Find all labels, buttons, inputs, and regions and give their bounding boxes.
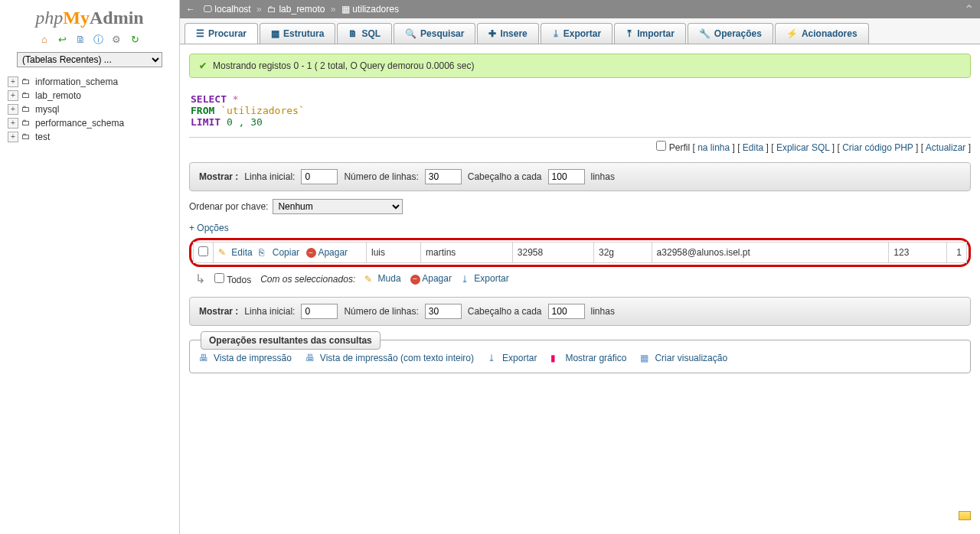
row-edit-link[interactable]: Edita [231, 247, 252, 258]
tab-importar[interactable]: ⤒Importar [614, 23, 686, 44]
expand-icon[interactable]: + [8, 104, 18, 115]
bulk-export-link[interactable]: Exportar [474, 273, 508, 284]
row-checkbox[interactable] [198, 246, 208, 256]
expand-icon[interactable]: + [8, 90, 18, 101]
docs-icon[interactable]: ⓘ [93, 33, 105, 45]
linha-inicial-input[interactable] [301, 169, 338, 184]
cell-apelido: martins [421, 243, 513, 263]
insert-icon: ✚ [488, 28, 496, 39]
breadcrumb-table[interactable]: utilizadores [352, 4, 399, 15]
num-linhas-input[interactable] [425, 304, 462, 319]
num-linhas-label: Número de linhas: [344, 306, 418, 317]
tab-insere[interactable]: ✚Insere [477, 23, 538, 44]
breadcrumb-db[interactable]: lab_remoto [279, 4, 325, 15]
sql-icon[interactable]: 🗎 [74, 34, 87, 46]
query-links-row: Perfil [ na linha ] [ Edita ] [ Explicar… [189, 137, 971, 153]
create-view-link[interactable]: ▦Criar visualização [640, 353, 727, 363]
expand-icon[interactable]: + [8, 118, 18, 129]
content: ✔ Mostrando registos 0 - 1 ( 2 total, O … [180, 44, 980, 383]
print-view-link[interactable]: 🖶Vista de impressão [199, 353, 292, 363]
export-label: Exportar [502, 353, 537, 363]
perfil-label: Perfil [669, 142, 690, 153]
linha-inicial-input[interactable] [301, 304, 338, 319]
cabecalho-input[interactable] [548, 304, 585, 319]
browse-icon: ☰ [196, 28, 204, 39]
recent-tables-select[interactable]: (Tabelas Recentes) ... [17, 52, 162, 67]
show-bar-bottom: Mostrar : Linha inicial: Número de linha… [189, 297, 971, 326]
row-copy-link[interactable]: Copiar [273, 247, 299, 258]
collapse-sidebar-icon[interactable]: ← [186, 4, 195, 15]
tab-estrutura[interactable]: ▦Estrutura [260, 23, 335, 44]
breadcrumb-host[interactable]: localhost [214, 4, 250, 15]
options-toggle[interactable]: + Opções [189, 223, 229, 233]
sort-select[interactable]: Nenhum [273, 199, 403, 214]
table-row: ✎ Edita ⎘ Copiar − Apagar luis martins 3… [194, 243, 967, 263]
topbar: ← 🖵 localhost » 🗀 lab_remoto » ▦ utiliza… [180, 0, 980, 18]
tabs: ☰Procurar ▦Estrutura 🗎SQL 🔍Pesquisar ✚In… [180, 18, 980, 44]
row-delete-link[interactable]: Apagar [318, 247, 348, 258]
expand-icon[interactable]: + [8, 77, 18, 87]
delete-icon: − [410, 275, 420, 285]
chart-link[interactable]: ▮Mostrar gráfico [550, 353, 626, 363]
logo-part2: My [63, 8, 90, 28]
with-selected-row: ↳ Todos Com os seleccionados: ✎ Muda − A… [189, 272, 971, 286]
chart-icon: ▮ [550, 353, 561, 363]
database-icon: 🗀 [21, 90, 32, 101]
tab-pesquisar[interactable]: 🔍Pesquisar [394, 23, 475, 44]
link-na-linha[interactable]: na linha [697, 142, 730, 153]
export-icon: ⤓ [461, 274, 472, 285]
bulk-edit-link[interactable]: Muda [378, 273, 401, 284]
cell-email: a32958@alunos.isel.pt [652, 243, 889, 263]
page-settings-icon[interactable] [959, 511, 971, 520]
db-item-performance-schema[interactable]: +🗀performance_schema [6, 116, 173, 130]
sort-label: Ordenar por chave: [189, 201, 268, 212]
db-item-test[interactable]: +🗀test [6, 130, 173, 144]
db-label: test [35, 132, 50, 142]
db-item-mysql[interactable]: +🗀mysql [6, 103, 173, 116]
success-text: Mostrando registos 0 - 1 ( 2 total, O Qu… [213, 60, 475, 71]
check-all-checkbox[interactable] [214, 273, 224, 283]
success-message: ✔ Mostrando registos 0 - 1 ( 2 total, O … [189, 54, 971, 78]
sql-icon: 🗎 [348, 28, 358, 39]
reload-icon[interactable]: ↻ [129, 34, 141, 46]
link-criar-php[interactable]: Criar código PHP [842, 142, 913, 153]
expand-icon[interactable]: + [8, 132, 18, 142]
show-bar-top: Mostrar : Linha inicial: Número de linha… [189, 162, 971, 191]
operations-list: 🖶Vista de impressão 🖶Vista de impressão … [199, 353, 961, 363]
tab-operacoes[interactable]: 🔧Operações [688, 23, 773, 44]
link-edita[interactable]: Edita [743, 142, 763, 153]
print-full-link[interactable]: 🖶Vista de impressão (com texto inteiro) [305, 353, 474, 363]
sql-keyword: LIMIT [191, 116, 220, 128]
link-actualizar[interactable]: Actualizar [926, 142, 966, 153]
print-icon: 🖶 [305, 353, 316, 363]
tab-sql[interactable]: 🗎SQL [337, 23, 392, 44]
cell-turma: 32g [594, 243, 652, 263]
main-panel: ← 🖵 localhost » 🗀 lab_remoto » ▦ utiliza… [180, 0, 980, 534]
sql-identifier: `utilizadores` [220, 105, 305, 116]
highlighted-row-box: ✎ Edita ⎘ Copiar − Apagar luis martins 3… [189, 238, 971, 267]
cell-senha: 123 [889, 243, 947, 263]
export-link[interactable]: ⤓Exportar [488, 353, 537, 363]
arrow-up-icon: ↳ [195, 272, 205, 286]
bulk-delete-link[interactable]: Apagar [422, 273, 452, 284]
sql-query-box: SELECT * FROM `utilizadores` LIMIT 0 , 3… [189, 89, 971, 132]
home-icon[interactable]: ⌂ [38, 34, 51, 46]
perfil-checkbox[interactable] [656, 141, 666, 151]
settings-icon[interactable]: ⚙ [110, 34, 122, 46]
tab-label: Pesquisar [420, 28, 464, 39]
cabecalho-input[interactable] [548, 169, 585, 184]
topbar-collapse-icon[interactable]: ⌃ [964, 2, 974, 17]
database-icon: 🗀 [267, 4, 276, 15]
db-item-lab-remoto[interactable]: +🗀lab_remoto [6, 89, 173, 103]
num-linhas-label: Número de linhas: [344, 171, 418, 182]
num-linhas-input[interactable] [425, 169, 462, 184]
results-table: ✎ Edita ⎘ Copiar − Apagar luis martins 3… [193, 242, 967, 263]
db-item-information-schema[interactable]: +🗀information_schema [6, 75, 173, 89]
fieldset-title: Operações resultantes das consultas [201, 331, 381, 350]
tab-label: SQL [361, 28, 381, 39]
tab-acionadores[interactable]: ⚡Acionadores [775, 23, 869, 44]
tab-exportar[interactable]: ⤓Exportar [541, 23, 612, 44]
tab-procurar[interactable]: ☰Procurar [185, 23, 258, 44]
link-explicar[interactable]: Explicar SQL [776, 142, 830, 153]
exit-icon[interactable]: ↩ [57, 34, 69, 46]
